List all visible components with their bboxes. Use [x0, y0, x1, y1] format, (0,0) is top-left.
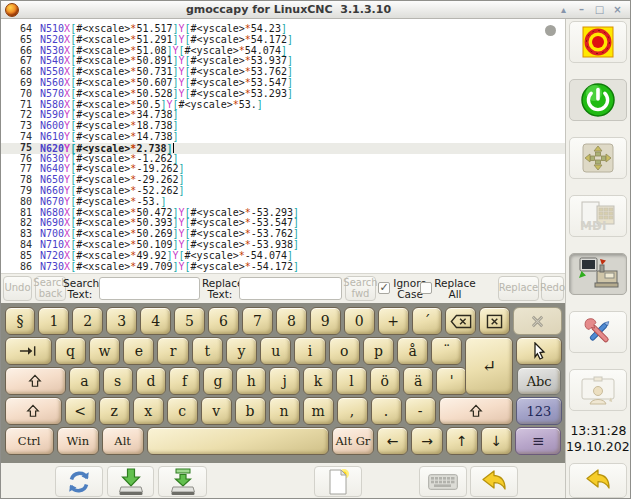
shade-icon[interactable]: ▴ — [558, 3, 569, 17]
win-key[interactable]: Win — [57, 427, 99, 455]
arrow-up-key[interactable]: ↑ — [446, 427, 478, 455]
ignore-case-checkbox[interactable]: ✓ — [378, 282, 390, 294]
key-y[interactable]: y — [226, 337, 257, 365]
left-shift-key[interactable] — [5, 397, 62, 425]
undo-button[interactable]: Undo — [3, 276, 32, 301]
key-lessthan[interactable]: < — [65, 397, 96, 425]
key-s[interactable]: s — [103, 367, 133, 395]
maximize-icon[interactable]: □ — [594, 3, 605, 17]
key-5[interactable]: 5 — [174, 307, 205, 335]
abc-layout-key[interactable]: Abc — [517, 367, 562, 395]
arrow-down-key[interactable]: ↓ — [481, 427, 513, 455]
key-2[interactable]: 2 — [72, 307, 103, 335]
line-number: 85 — [1, 251, 40, 262]
onscreen-keyboard-button[interactable] — [419, 466, 467, 497]
key-9[interactable]: 9 — [310, 307, 341, 335]
key-r[interactable]: r — [157, 337, 188, 365]
key-d[interactable]: d — [136, 367, 166, 395]
key-apostrophe[interactable]: ' — [436, 367, 466, 395]
key-m[interactable]: m — [303, 397, 334, 425]
key-g[interactable]: g — [203, 367, 233, 395]
numeric-layout-key[interactable]: 123 — [516, 397, 561, 425]
key-c[interactable]: c — [167, 397, 198, 425]
enter-key[interactable]: ↵ — [465, 337, 512, 395]
replace-all-checkbox[interactable] — [420, 282, 432, 294]
machine-on-button[interactable] — [569, 79, 627, 121]
key-minus[interactable]: - — [405, 397, 436, 425]
alt-key[interactable]: Alt — [102, 427, 144, 455]
save-as-file-button[interactable] — [158, 466, 207, 497]
key-k[interactable]: k — [303, 367, 333, 395]
key-section[interactable]: § — [5, 307, 36, 335]
right-shift-key[interactable] — [439, 397, 513, 425]
key-n[interactable]: n — [269, 397, 300, 425]
search-back-button[interactable]: Search back — [35, 276, 66, 301]
auto-mode-button[interactable] — [569, 253, 627, 295]
key-i[interactable]: i — [294, 337, 325, 365]
settings-button[interactable] — [569, 311, 627, 353]
close-icon[interactable]: × — [612, 3, 623, 17]
close-keyboard-key[interactable] — [513, 307, 561, 335]
caps-lock-key[interactable] — [5, 367, 67, 395]
key-8[interactable]: 8 — [276, 307, 307, 335]
key-j[interactable]: j — [269, 367, 299, 395]
key-a[interactable]: a — [69, 367, 99, 395]
key-l[interactable]: l — [336, 367, 366, 395]
key-w[interactable]: w — [89, 337, 120, 365]
key-7[interactable]: 7 — [242, 307, 273, 335]
ctrl-key[interactable]: Ctrl — [5, 427, 54, 455]
delete-key[interactable] — [479, 307, 510, 335]
replace-button[interactable]: Replace — [498, 276, 539, 301]
key-o[interactable]: o — [329, 337, 360, 365]
new-file-button[interactable] — [314, 466, 362, 497]
key-h[interactable]: h — [236, 367, 266, 395]
key-acute[interactable]: ´ — [412, 307, 443, 335]
save-file-button[interactable] — [107, 466, 154, 497]
key-comma[interactable]: , — [337, 397, 368, 425]
search-fwd-button[interactable]: Search fwd — [345, 276, 376, 301]
backspace-key[interactable] — [445, 307, 476, 335]
estop-button[interactable] — [569, 21, 627, 63]
key-ä[interactable]: ä — [403, 367, 433, 395]
key-u[interactable]: u — [260, 337, 291, 365]
back-button[interactable] — [470, 466, 518, 497]
search-text-input[interactable] — [99, 277, 200, 300]
altgr-key[interactable]: Alt Gr — [332, 427, 374, 455]
key-3[interactable]: 3 — [106, 307, 137, 335]
key-p[interactable]: p — [363, 337, 394, 365]
key-4[interactable]: 4 — [140, 307, 171, 335]
user-button[interactable] — [569, 369, 627, 411]
tab-key[interactable] — [5, 337, 52, 365]
refresh-icon — [66, 469, 92, 495]
key-å[interactable]: å — [397, 337, 428, 365]
minimize-icon[interactable]: – — [576, 3, 587, 17]
key-1[interactable]: 1 — [38, 307, 69, 335]
key-q[interactable]: q — [55, 337, 86, 365]
arrow-left-key[interactable]: ← — [377, 427, 409, 455]
pointer-key[interactable] — [516, 337, 562, 365]
key-0[interactable]: 0 — [344, 307, 375, 335]
reload-file-button[interactable] — [55, 466, 103, 497]
arrow-right-key[interactable]: → — [411, 427, 443, 455]
key-e[interactable]: e — [123, 337, 154, 365]
key-b[interactable]: b — [235, 397, 266, 425]
key-f[interactable]: f — [169, 367, 199, 395]
mdi-mode-button[interactable]: MDI — [569, 195, 627, 237]
scrollbar-thumb[interactable] — [545, 25, 556, 36]
space-key[interactable] — [147, 427, 329, 455]
manual-mode-button[interactable] — [569, 137, 627, 179]
back-button[interactable] — [569, 463, 627, 498]
key-diaeresis[interactable]: ¨ — [431, 337, 462, 365]
redo-button[interactable]: Redo — [541, 276, 564, 301]
replace-text-input[interactable] — [239, 277, 342, 300]
key-v[interactable]: v — [201, 397, 232, 425]
key-t[interactable]: t — [192, 337, 223, 365]
key-ö[interactable]: ö — [370, 367, 400, 395]
gcode-editor[interactable]: 64N510X[#<xscale>*51.517]Y[#<yscale>*54.… — [1, 19, 565, 273]
key-x[interactable]: x — [133, 397, 164, 425]
menu-key[interactable]: ≡ — [515, 427, 561, 455]
key-z[interactable]: z — [99, 397, 130, 425]
key-6[interactable]: 6 — [208, 307, 239, 335]
key-plus[interactable]: + — [378, 307, 409, 335]
key-period[interactable]: . — [371, 397, 402, 425]
